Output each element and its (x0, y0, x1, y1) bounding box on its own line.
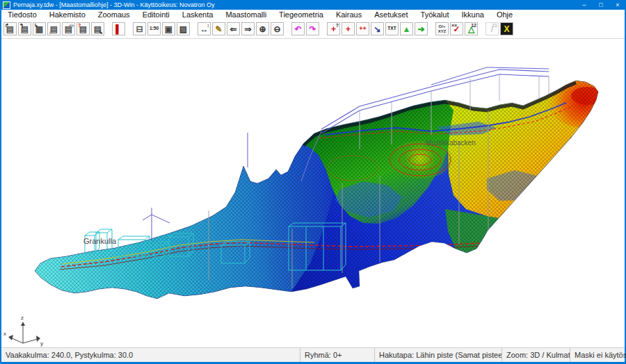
next-view-button[interactable]: ⇒ (241, 22, 255, 35)
label-grankulla: Grankulla (83, 237, 117, 245)
window-frame: TiedostoHakemistoZoomausEditointiLaskent… (0, 10, 626, 364)
title-bar: Pernaja.xy.tdw - [Maastomalliohje] - 3D-… (0, 0, 626, 10)
toolbar-group: ⊟1:50▣▨ (133, 22, 191, 35)
window-hatch-button[interactable]: ▨ (177, 22, 190, 35)
mesh-overlay (28, 55, 605, 308)
menu-ikkuna[interactable]: Ikkuna (455, 10, 490, 19)
close-button[interactable]: × (609, 0, 626, 10)
scale-1-50-button[interactable]: 1:50 (147, 22, 161, 35)
menu-ohje[interactable]: Ohje (490, 10, 519, 19)
axis-label-y: y (40, 340, 43, 347)
menu-työkalut[interactable]: Työkalut (415, 10, 456, 19)
app-icon (3, 1, 10, 9)
file-info-button[interactable]: ▤? (77, 22, 90, 35)
open-file-button[interactable]: ▤↱ (3, 22, 17, 35)
survey-mast (152, 215, 170, 223)
toolbar-group: ↔↕✎⇐⇒⊕⊖ (198, 22, 285, 35)
status-view-angles[interactable]: Vaakakulma: 240.0, Pystykulma: 30.0 (1, 348, 300, 362)
menu-laskenta[interactable]: Laskenta (176, 10, 220, 19)
status-group[interactable]: Ryhmä: 0+ (300, 348, 375, 362)
coordinate-readout-button[interactable]: O/+XYZ (435, 22, 449, 35)
triangle-count-button[interactable]: △12 (465, 22, 478, 35)
find-point-button[interactable]: +? (327, 22, 340, 35)
pick-line-button[interactable]: ↘ (371, 22, 384, 35)
minimize-button[interactable]: – (576, 0, 593, 10)
zoom-out-button[interactable]: ⊖ (271, 22, 284, 35)
pan-view-button[interactable]: ✎ (212, 22, 225, 35)
text-tool-button[interactable]: TXT (385, 22, 399, 35)
export-file-button[interactable]: ▤↳ (91, 22, 104, 35)
print-button[interactable]: ⊟ (133, 22, 146, 35)
toolbar-group: +?+++↘TXT▲➔ (327, 22, 429, 35)
menu-editointi[interactable]: Editointi (136, 10, 176, 19)
status-bar: Vaakakulma: 240.0, Pystykulma: 30.0Ryhmä… (1, 347, 625, 362)
toolbar-group: /21X (485, 22, 515, 35)
measure-line-button[interactable]: /21 (485, 22, 499, 35)
app-window: Pernaja.xy.tdw - [Maastomalliohje] - 3D-… (0, 0, 626, 364)
axis-label-x: x (3, 331, 6, 337)
zoom-in-button[interactable]: ⊕ (256, 22, 269, 35)
toolbar: ▤↱▤↰▦↳▤↓▤▭▤?▤↳▌⊟1:50▣▨↔↕✎⇐⇒⊕⊖↶↷+?+++↘TXT… (1, 19, 625, 39)
window-layout-button[interactable]: ▣ (162, 22, 175, 35)
move-point-button[interactable]: ++ (356, 22, 369, 35)
previous-view-button[interactable]: ⇐ (227, 22, 240, 35)
toolbar-group: O/+XYZ✓××△12 (435, 22, 479, 35)
open-file-dialog-button[interactable]: ▤↰ (18, 22, 31, 35)
delete-window-button[interactable]: X (500, 22, 513, 35)
verify-points-button[interactable]: ✓×× (450, 22, 463, 35)
terrain-scene: GrankullaMustikkabackenzxy (1, 39, 625, 347)
viewport-3d[interactable]: GrankullaMustikkabackenzxy (1, 39, 625, 347)
menu-kairaus[interactable]: Kairaus (330, 10, 368, 19)
copy-file-button[interactable]: ▤▭ (62, 22, 75, 35)
menu-tiegeometria[interactable]: Tiegeometria (273, 10, 330, 19)
menu-hakemisto[interactable]: Hakemisto (43, 10, 92, 19)
status-search-mode[interactable]: Hakutapa: Lähin piste (Samat pisteet) (375, 348, 502, 362)
add-point-button[interactable]: + (342, 22, 355, 35)
status-zoom-mode[interactable]: Zoom: 3D / Kulmat (502, 348, 570, 362)
menu-tiedosto[interactable]: Tiedosto (1, 10, 43, 19)
fit-view-button[interactable]: ↔↕ (198, 22, 211, 35)
window-controls: – □ × (576, 0, 626, 10)
menu-asetukset[interactable]: Asetukset (368, 10, 414, 19)
axis-arrow-x (8, 335, 13, 340)
building-3 (118, 236, 150, 240)
menu-bar: TiedostoHakemistoZoomausEditointiLaskent… (1, 10, 625, 19)
redo-button[interactable]: ↷ (306, 22, 319, 35)
maximize-button[interactable]: □ (593, 0, 609, 10)
triangle-model-button[interactable]: ▲ (400, 22, 413, 35)
window-title: Pernaja.xy.tdw - [Maastomalliohje] - 3D-… (13, 1, 214, 8)
save-file-button[interactable]: ▤↓ (47, 22, 61, 35)
save-file-format-button[interactable]: ▦↳ (33, 22, 46, 35)
axis-arrow-z (21, 322, 25, 326)
surface-arrow-button[interactable]: ➔ (415, 22, 428, 35)
status-mask[interactable]: Maski ei käytössä (570, 348, 626, 362)
survey-mast (143, 215, 152, 220)
toolbar-group: ▌ (112, 22, 127, 35)
axis-label-z: z (21, 315, 24, 321)
toolbar-group: ↶↷ (291, 22, 321, 35)
menu-maastomalli[interactable]: Maastomalli (219, 10, 273, 19)
close-file-button[interactable]: ▌ (112, 22, 125, 35)
toolbar-group: ▤↱▤↰▦↳▤↓▤▭▤?▤↳ (3, 22, 106, 35)
undo-button[interactable]: ↶ (291, 22, 305, 35)
axis-indicator (10, 338, 23, 343)
menu-zoomaus[interactable]: Zoomaus (92, 10, 136, 19)
axis-indicator (23, 339, 38, 343)
label-mustikkabacken: Mustikkabacken (426, 139, 476, 147)
